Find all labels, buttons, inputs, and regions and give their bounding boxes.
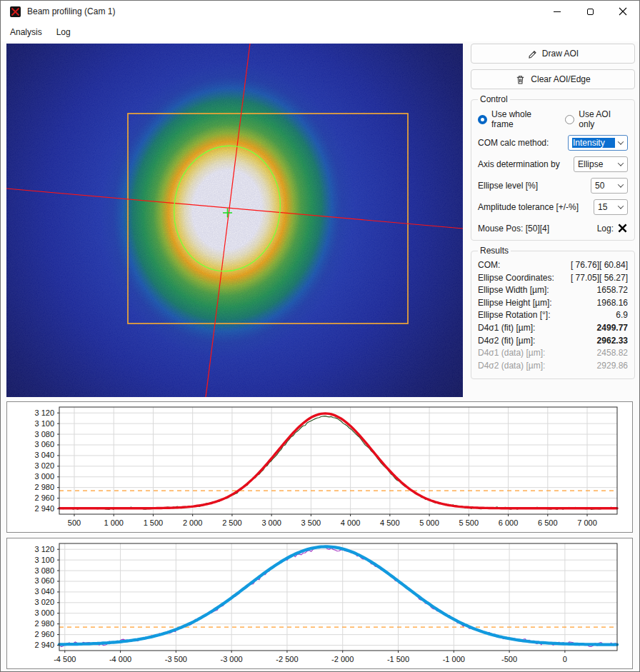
svg-text:-2 500: -2 500 [276,655,298,663]
svg-text:3 000: 3 000 [261,518,281,527]
svg-text:3 100: 3 100 [34,556,54,564]
results-group-title: Results [478,246,511,256]
svg-text:-1 500: -1 500 [387,655,409,663]
svg-text:2 000: 2 000 [183,518,203,527]
result-label: Ellipse Coordinates: [478,272,554,285]
maximize-button[interactable] [574,1,606,22]
menu-analysis[interactable]: Analysis [4,24,49,40]
result-label: Ellipse Height [µm]: [478,297,552,310]
com-method-value: Intensity [572,138,615,148]
svg-text:-500: -500 [501,655,517,663]
svg-text:2 960: 2 960 [34,493,54,502]
result-value: 1968.16 [597,297,628,310]
close-button[interactable] [606,1,639,22]
svg-text:3 040: 3 040 [34,451,54,459]
svg-text:6 000: 6 000 [499,518,519,527]
svg-text:2 500: 2 500 [222,518,242,527]
result-row: Ellipse Width [µm]:1658.72 [478,284,628,297]
result-row: COM:[ 76.76][ 60.84] [478,259,628,272]
results-rows: COM:[ 76.76][ 60.84]Ellipse Coordinates:… [478,259,628,372]
minimize-icon [554,11,561,12]
result-label: D4σ1 (fit) [µm]: [478,322,535,335]
svg-text:-1 000: -1 000 [443,655,465,663]
pencil-icon [527,49,537,59]
svg-text:3 500: 3 500 [301,518,321,527]
svg-text:5 500: 5 500 [459,518,479,527]
svg-text:3 080: 3 080 [34,430,54,438]
svg-text:-3 500: -3 500 [165,655,187,663]
svg-text:3 060: 3 060 [34,576,54,585]
draw-aoi-button[interactable]: Draw AOI [471,44,635,64]
svg-text:0: 0 [563,655,567,663]
com-method-select[interactable]: Intensity [568,135,628,151]
svg-text:3 000: 3 000 [34,608,54,617]
ellipse-level-value: 50 [595,181,615,191]
result-label: Ellipse Width [µm]: [478,284,549,297]
clear-aoi-button[interactable]: Clear AOI/Edge [471,69,635,89]
result-value: [ 76.76][ 60.84] [571,259,628,272]
draw-aoi-label: Draw AOI [542,49,579,59]
radio-use-aoi-only[interactable] [565,115,574,124]
svg-text:3 000: 3 000 [34,472,54,481]
result-row: D4σ1 (data) [µm]:2458.82 [478,347,628,360]
ellipse-level-select[interactable]: 50 [591,178,628,194]
svg-text:6 500: 6 500 [538,518,558,527]
com-method-label: COM calc method: [478,138,549,148]
results-group: Results COM:[ 76.76][ 60.84]Ellipse Coor… [471,246,635,379]
app-icon [10,6,21,17]
svg-text:3 080: 3 080 [34,566,54,575]
svg-text:3 020: 3 020 [34,461,54,470]
svg-text:3 120: 3 120 [34,408,54,417]
profile-chart-2[interactable]: -4 500-4 000-3 500-3 000-2 500-2 000-1 5… [6,538,633,669]
result-row: Ellipse Coordinates:[ 77.05][ 56.27] [478,272,628,285]
trash-icon [515,74,526,85]
svg-text:2 940: 2 940 [34,504,54,513]
svg-text:3 060: 3 060 [34,440,54,448]
amplitude-tolerance-value: 15 [598,202,615,212]
svg-text:5 000: 5 000 [419,518,439,527]
amplitude-tolerance-select[interactable]: 15 [594,199,628,215]
result-value: 2458.82 [597,347,628,360]
mouse-pos-label: Mouse Pos: [478,224,523,234]
result-row: Ellipse Height [µm]:1968.16 [478,297,628,310]
svg-text:1 500: 1 500 [144,518,164,527]
sensor-noise-dark [6,44,463,397]
result-row: Ellipse Rotation [°]:6.9 [478,309,628,322]
radio-use-whole-frame[interactable] [478,115,487,124]
result-label: COM: [478,259,500,272]
amplitude-tolerance-label: Amplitude tolerance [+/-%] [478,202,579,212]
minimize-button[interactable] [541,1,574,22]
result-value: 1658.72 [597,284,628,297]
result-value: 2962.33 [597,335,628,348]
result-label: D4σ2 (fit) [µm]: [478,335,535,348]
profile-chart-1[interactable]: 5001 0001 5002 0002 5003 0003 5004 0004 … [6,401,633,533]
result-value: [ 77.05][ 56.27] [571,272,628,285]
clear-aoi-label: Clear AOI/Edge [531,74,590,84]
svg-text:500: 500 [68,518,81,527]
chevron-down-icon [618,160,624,166]
log-close-icon[interactable] [617,223,628,234]
close-icon [619,7,627,16]
result-value: 2929.86 [597,360,628,373]
svg-text:2 980: 2 980 [34,619,54,628]
svg-text:1 000: 1 000 [104,518,124,527]
window-title: Beam profiling (Cam 1) [27,6,115,16]
axis-determination-label: Axis determination by [478,159,560,169]
chevron-down-icon [618,203,624,209]
menu-log[interactable]: Log [50,24,77,40]
frame-mode-radios: Use whole frame Use AOI only [478,109,628,129]
titlebar: Beam profiling (Cam 1) [1,1,639,22]
mouse-pos-value: [50][4] [526,224,549,234]
radio-use-aoi-only-label: Use AOI only [579,109,628,129]
beam-image[interactable] [6,44,463,397]
svg-text:2 980: 2 980 [34,483,54,491]
result-row: D4σ2 (data) [µm]:2929.86 [478,360,628,373]
svg-text:3 120: 3 120 [34,545,54,553]
radio-use-whole-frame-label: Use whole frame [491,109,554,129]
svg-text:4 000: 4 000 [341,518,361,527]
axis-determination-value: Ellipse [578,159,615,169]
chevron-down-icon [618,181,624,187]
result-row: D4σ1 (fit) [µm]:2499.77 [478,322,628,335]
svg-text:2 960: 2 960 [34,630,54,638]
axis-determination-select[interactable]: Ellipse [574,156,628,172]
